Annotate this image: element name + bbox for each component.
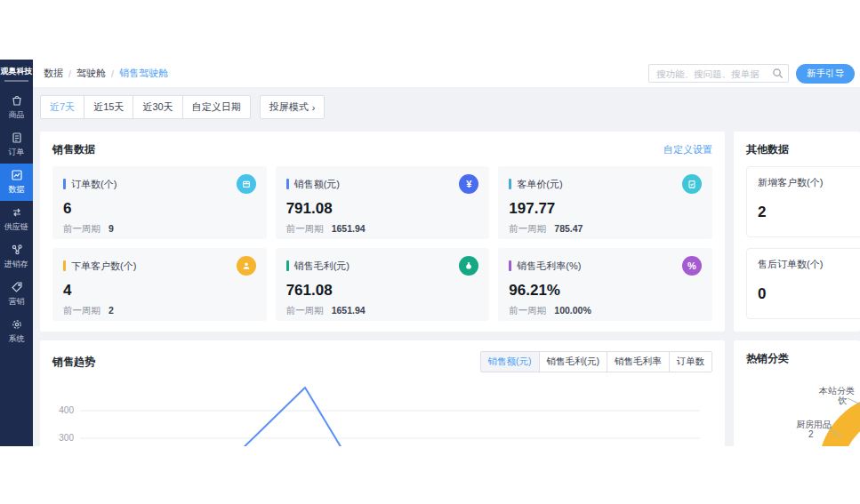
sidebar-item-inventory[interactable]: 进销存 bbox=[0, 238, 33, 276]
goods-icon bbox=[10, 93, 24, 108]
sidebar-item-supply-chain[interactable]: 供应链 bbox=[0, 201, 33, 238]
other-data-panel: 其他数据 新增客户数(个) 2 售后订单数(个) 0 bbox=[734, 132, 860, 332]
metric-card-gross-margin: 销售毛利率(%) % 96.21% 前一周期100.00% bbox=[498, 248, 712, 321]
accent-bar bbox=[509, 179, 511, 189]
y-axis-tick: 300 bbox=[47, 433, 74, 443]
moneybag-icon bbox=[459, 256, 478, 276]
trend-line-chart bbox=[40, 340, 725, 446]
brand-logo: 观奥科技 bbox=[1, 66, 33, 77]
prev-period-value: 9 bbox=[109, 223, 114, 234]
sidebar-item-label: 营销 bbox=[8, 296, 24, 307]
sales-data-panel: 销售数据 自定义设置 订单数(个) 6 前一周期9 销售额(元) bbox=[40, 132, 725, 332]
sidebar-item-orders[interactable]: 订单 bbox=[0, 126, 33, 164]
user-icon bbox=[237, 256, 256, 276]
sidebar-item-system[interactable]: 系统 bbox=[0, 313, 33, 350]
main-area: 数据 / 驾驶舱 / 销售驾驶舱 新手引导 近7天 近15天 近30天 自定义日… bbox=[33, 60, 860, 446]
sidebar-item-label: 供应链 bbox=[4, 221, 28, 232]
box-icon bbox=[237, 174, 256, 194]
percent-icon: % bbox=[682, 256, 702, 276]
accent-bar bbox=[509, 260, 511, 271]
prev-period-value: 1651.94 bbox=[332, 223, 366, 234]
screen-cast-label: 投屏模式 bbox=[269, 100, 309, 114]
prev-period-label: 前一周期 bbox=[286, 223, 324, 234]
sidebar-item-marketing[interactable]: 营销 bbox=[0, 276, 33, 313]
breadcrumb-separator: / bbox=[111, 68, 114, 79]
filter-bar: 近7天 近15天 近30天 自定义日期 投屏模式 › bbox=[33, 88, 860, 124]
hot-categories-panel: 热销分类 本站分类 饮 厨房用品 2 bbox=[734, 340, 860, 446]
metric-value: 2 bbox=[758, 204, 860, 221]
tab-last-30-days[interactable]: 近30天 bbox=[133, 95, 182, 119]
newbie-guide-button[interactable]: 新手引导 bbox=[796, 64, 855, 84]
content-grid: 销售数据 自定义设置 订单数(个) 6 前一周期9 销售额(元) bbox=[33, 124, 860, 446]
accent-bar bbox=[286, 179, 289, 189]
custom-settings-link[interactable]: 自定义设置 bbox=[663, 143, 712, 156]
metric-title: 订单数(个) bbox=[71, 178, 237, 191]
supply-chain-icon bbox=[10, 205, 24, 220]
tab-last-7-days[interactable]: 近7天 bbox=[40, 95, 84, 119]
tab-custom-date[interactable]: 自定义日期 bbox=[182, 95, 251, 119]
prev-period-value: 2 bbox=[109, 305, 114, 316]
brand-tagline bbox=[4, 80, 28, 82]
metric-card-avg-order-value: 客单价(元) 197.77 前一周期785.47 bbox=[498, 166, 712, 239]
breadcrumb-item[interactable]: 驾驶舱 bbox=[76, 67, 106, 80]
accent-bar bbox=[63, 179, 66, 189]
dashboard-app: 观奥科技 商品 订单 数据 供应链 进销存 营销 系统 bbox=[0, 60, 860, 446]
metric-title: 客单价(元) bbox=[517, 178, 682, 191]
other-card-new-customers: 新增客户数(个) 2 bbox=[746, 166, 860, 237]
metric-title: 销售毛利率(%) bbox=[517, 260, 682, 273]
metric-card-order-count: 订单数(个) 6 前一周期9 bbox=[52, 166, 267, 239]
metric-title: 销售额(元) bbox=[294, 178, 460, 191]
y-axis-tick: 400 bbox=[47, 405, 74, 415]
search-icon bbox=[772, 68, 784, 79]
doc-check-icon bbox=[682, 174, 702, 194]
breadcrumb-current: 销售驾驶舱 bbox=[119, 67, 168, 80]
sidebar-item-label: 进销存 bbox=[4, 259, 28, 269]
panel-title: 销售数据 bbox=[52, 142, 95, 157]
sidebar-item-label: 商品 bbox=[8, 109, 24, 120]
accent-bar bbox=[286, 260, 289, 271]
metric-card-sales-amount: 销售额(元) ¥ 791.08 前一周期1651.94 bbox=[276, 166, 490, 239]
prev-period-label: 前一周期 bbox=[286, 305, 324, 316]
metric-title: 下单客户数(个) bbox=[71, 260, 237, 273]
chevron-right-icon: › bbox=[312, 102, 316, 113]
sidebar-item-data[interactable]: 数据 bbox=[0, 164, 33, 201]
prev-period-label: 前一周期 bbox=[63, 223, 100, 234]
panel-title: 其他数据 bbox=[746, 142, 789, 157]
topbar: 数据 / 驾驶舱 / 销售驾驶舱 新手引导 bbox=[33, 60, 860, 88]
metric-value: 4 bbox=[63, 282, 256, 300]
yen-icon: ¥ bbox=[459, 174, 478, 194]
metric-value: 791.08 bbox=[286, 200, 479, 218]
metric-card-ordering-customers: 下单客户数(个) 4 前一周期2 bbox=[52, 248, 267, 321]
metric-grid: 订单数(个) 6 前一周期9 销售额(元) ¥ 791.08 前一周期1651.… bbox=[40, 157, 725, 321]
screen-cast-button[interactable]: 投屏模式 › bbox=[260, 95, 326, 119]
metric-value: 0 bbox=[758, 285, 860, 303]
accent-bar bbox=[63, 260, 66, 271]
date-range-group: 近7天 近15天 近30天 自定义日期 bbox=[40, 95, 251, 119]
metric-title: 售后订单数(个) bbox=[758, 258, 860, 271]
breadcrumb-separator: / bbox=[68, 68, 71, 79]
gear-icon bbox=[10, 317, 24, 332]
other-card-aftersale-orders: 售后订单数(个) 0 bbox=[746, 248, 860, 319]
breadcrumb-item[interactable]: 数据 bbox=[44, 67, 63, 80]
metric-value: 96.21% bbox=[509, 282, 702, 300]
tab-last-15-days[interactable]: 近15天 bbox=[84, 95, 133, 119]
pie-label: 本站分类 bbox=[819, 385, 855, 397]
prev-period-label: 前一周期 bbox=[509, 305, 546, 316]
inventory-icon bbox=[10, 243, 24, 257]
metric-card-gross-profit: 销售毛利(元) 761.08 前一周期1651.94 bbox=[276, 248, 490, 321]
sales-trend-panel: 销售趋势 销售额(元) 销售毛利(元) 销售毛利率 订单数 400 300 bbox=[40, 340, 725, 446]
prev-period-value: 1651.94 bbox=[332, 305, 366, 316]
sidebar-item-goods[interactable]: 商品 bbox=[0, 89, 33, 126]
search-input[interactable] bbox=[648, 64, 789, 83]
global-search bbox=[648, 64, 789, 83]
prev-period-value: 785.47 bbox=[554, 223, 583, 234]
metric-value: 6 bbox=[63, 200, 256, 218]
prev-period-value: 100.00% bbox=[554, 305, 591, 316]
metric-value: 761.08 bbox=[286, 282, 479, 300]
pie-label: 厨房用品 bbox=[796, 419, 832, 431]
breadcrumb: 数据 / 驾驶舱 / 销售驾驶舱 bbox=[44, 67, 168, 80]
sidebar-item-label: 系统 bbox=[8, 333, 24, 344]
chart-icon bbox=[10, 168, 24, 182]
tag-icon bbox=[10, 280, 24, 294]
metric-title: 新增客户数(个) bbox=[758, 176, 860, 189]
